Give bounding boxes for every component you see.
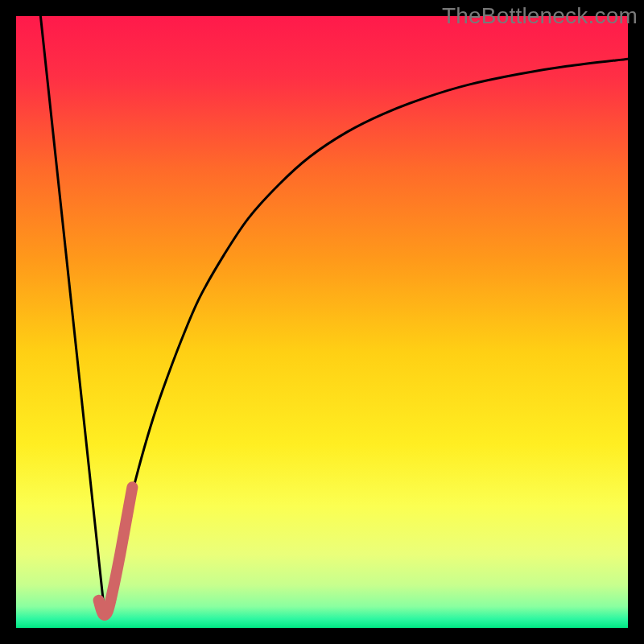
curve-layer	[16, 16, 628, 628]
chart-frame: TheBottleneck.com	[0, 0, 644, 644]
plot-area	[16, 16, 628, 628]
bottleneck-left-line	[40, 16, 105, 616]
watermark-text: TheBottleneck.com	[442, 3, 638, 29]
bottleneck-right-curve	[105, 59, 628, 616]
